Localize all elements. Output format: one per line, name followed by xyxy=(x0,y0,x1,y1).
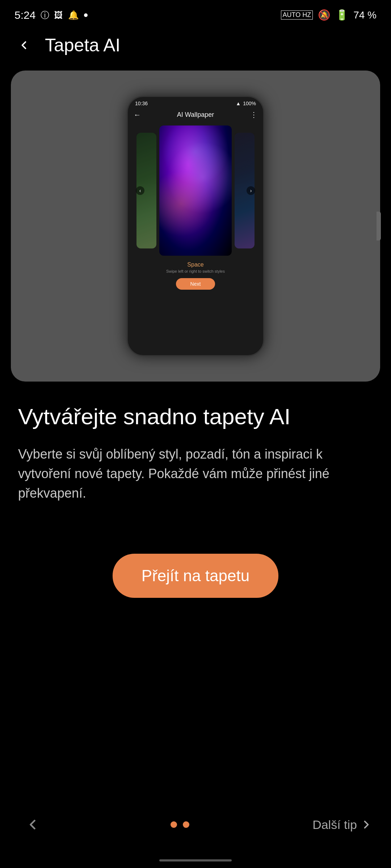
next-tip-button[interactable]: Další tip xyxy=(312,818,373,832)
carousel-item-center xyxy=(159,125,232,256)
phone-swipe-hint: Swipe left or right to switch styles xyxy=(128,269,263,273)
phone-back-icon: ← xyxy=(134,111,141,119)
phone-wifi-icon: ▲ xyxy=(236,101,241,106)
main-headline: Vytvářejte snadno tapety AI xyxy=(18,403,373,430)
home-indicator xyxy=(159,859,232,861)
phone-menu-icon: ⋮ xyxy=(250,110,257,119)
battery-icon: 🔋 xyxy=(336,9,348,21)
phone-battery: 100% xyxy=(243,101,256,106)
phone-label-area: Space Swipe left or right to switch styl… xyxy=(128,259,263,275)
image-icon: 🖼 xyxy=(54,10,63,20)
main-content: Vytvářejte snadno tapety AI Vyberte si s… xyxy=(0,382,391,518)
dot-indicators xyxy=(171,821,189,828)
mute-icon: 🔕 xyxy=(318,9,331,21)
top-nav: Tapeta AI xyxy=(0,27,391,63)
phone-category-label: Space xyxy=(128,261,263,268)
status-bar: 5:24 ⓘ 🖼 🔔 AUTO HZ 🔕 🔋 74 % xyxy=(0,0,391,27)
bell-icon: 🔔 xyxy=(68,10,79,20)
phone-carousel: ‹ › xyxy=(128,122,263,259)
phone-app-header: ← AI Wallpaper ⋮ xyxy=(128,108,263,122)
phone-mockup-container: 10:36 ▲ 100% ← AI Wallpaper ⋮ ‹ xyxy=(11,71,380,382)
info-icon: ⓘ xyxy=(41,9,49,21)
bottom-nav: Další tip xyxy=(0,810,391,839)
carousel-left-arrow[interactable]: ‹ xyxy=(136,186,144,195)
dot-1 xyxy=(171,821,177,828)
dot-icon xyxy=(84,13,88,17)
cta-button[interactable]: Přejít na tapetu xyxy=(113,554,278,598)
auto-hz-icon: AUTO HZ xyxy=(281,10,313,20)
carousel-right-arrow[interactable]: › xyxy=(247,186,255,195)
phone-next-button[interactable]: Next xyxy=(176,278,215,290)
phone-device: 10:36 ▲ 100% ← AI Wallpaper ⋮ ‹ xyxy=(127,96,264,356)
next-tip-label: Další tip xyxy=(312,818,357,832)
phone-next-btn-area: Next xyxy=(128,278,263,290)
dot-2 xyxy=(183,821,189,828)
cta-area: Přejít na tapetu xyxy=(0,554,391,598)
page-title: Tapeta AI xyxy=(45,35,121,56)
status-time: 5:24 xyxy=(14,9,35,21)
phone-time: 10:36 xyxy=(135,101,148,106)
phone-app-title: AI Wallpaper xyxy=(177,111,214,119)
status-right: AUTO HZ 🔕 🔋 74 % xyxy=(281,9,377,21)
main-description: Vyberte si svůj oblíbený styl, pozadí, t… xyxy=(18,444,373,503)
battery-percent: 74 % xyxy=(353,9,377,21)
phone-status-bar: 10:36 ▲ 100% xyxy=(128,97,263,108)
back-button[interactable] xyxy=(13,34,35,56)
status-left: 5:24 ⓘ 🖼 🔔 xyxy=(14,9,88,21)
prev-nav-button[interactable] xyxy=(18,810,47,839)
